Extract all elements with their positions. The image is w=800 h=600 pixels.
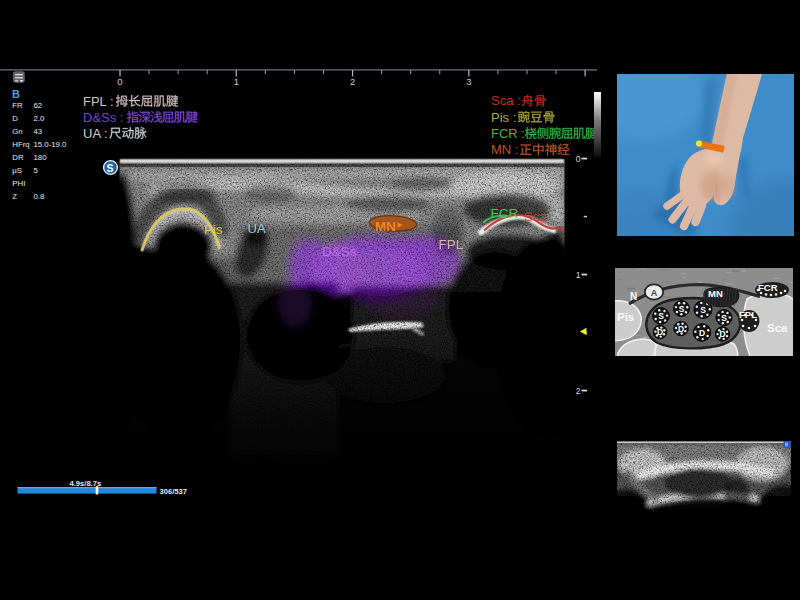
svg-text:Pis :: Pis : bbox=[491, 110, 516, 125]
svg-text:PHI: PHI bbox=[12, 179, 25, 188]
svg-text:FPL :: FPL : bbox=[83, 94, 114, 109]
svg-text:HFrq: HFrq bbox=[12, 140, 29, 149]
svg-text:FCR: FCR bbox=[758, 282, 778, 293]
svg-text:MN: MN bbox=[375, 219, 396, 234]
svg-text:S: S bbox=[700, 305, 706, 315]
svg-text:Z: Z bbox=[12, 192, 17, 201]
svg-text:FR: FR bbox=[12, 101, 23, 110]
svg-text:D: D bbox=[719, 329, 725, 339]
svg-text:A: A bbox=[651, 288, 658, 298]
svg-text:3: 3 bbox=[466, 76, 471, 87]
svg-text:306/537: 306/537 bbox=[160, 487, 187, 496]
svg-text:D&Ss: D&Ss bbox=[322, 244, 357, 259]
svg-text:MN :: MN : bbox=[491, 142, 518, 157]
svg-text:D: D bbox=[678, 324, 684, 334]
svg-text:DR: DR bbox=[12, 153, 24, 162]
svg-text:UA: UA bbox=[248, 221, 266, 236]
svg-text:0: 0 bbox=[117, 76, 122, 87]
svg-text:2: 2 bbox=[576, 386, 581, 396]
svg-text:62: 62 bbox=[34, 101, 43, 110]
svg-text:Gn: Gn bbox=[12, 127, 22, 136]
svg-text:S: S bbox=[658, 311, 664, 321]
svg-text:FCR: FCR bbox=[491, 206, 519, 221]
svg-text:5: 5 bbox=[34, 166, 39, 175]
svg-text:UA :: UA : bbox=[83, 126, 108, 141]
svg-text:FPL: FPL bbox=[739, 309, 757, 320]
svg-text:Pis: Pis bbox=[204, 222, 223, 237]
svg-text:Pis: Pis bbox=[617, 311, 634, 323]
svg-text:D: D bbox=[699, 328, 705, 338]
svg-text:S: S bbox=[679, 304, 685, 314]
svg-text:1: 1 bbox=[234, 76, 239, 87]
svg-text:N: N bbox=[630, 291, 637, 302]
svg-text:S: S bbox=[721, 313, 727, 323]
svg-text:2: 2 bbox=[350, 76, 355, 87]
svg-text:μS: μS bbox=[12, 166, 22, 175]
svg-text:1: 1 bbox=[576, 270, 581, 280]
svg-text:MN: MN bbox=[708, 288, 723, 299]
svg-text:FCR :: FCR : bbox=[491, 126, 525, 141]
svg-text:0.8: 0.8 bbox=[34, 192, 45, 201]
svg-text:0: 0 bbox=[576, 154, 581, 164]
svg-text:D: D bbox=[12, 114, 18, 123]
svg-text:Sca :: Sca : bbox=[491, 93, 521, 108]
svg-text:43: 43 bbox=[34, 127, 43, 136]
svg-text:B: B bbox=[12, 88, 20, 100]
svg-text:Sca: Sca bbox=[767, 322, 788, 334]
svg-text:S: S bbox=[106, 162, 113, 174]
svg-text:15.0-19.0: 15.0-19.0 bbox=[34, 140, 68, 149]
svg-text:2.0: 2.0 bbox=[34, 114, 46, 123]
svg-text:180: 180 bbox=[34, 153, 48, 162]
svg-text:FPL: FPL bbox=[439, 237, 464, 252]
svg-text:D&Ss :: D&Ss : bbox=[83, 110, 123, 125]
svg-text:D: D bbox=[657, 327, 663, 337]
svg-text:Sca: Sca bbox=[524, 209, 548, 224]
